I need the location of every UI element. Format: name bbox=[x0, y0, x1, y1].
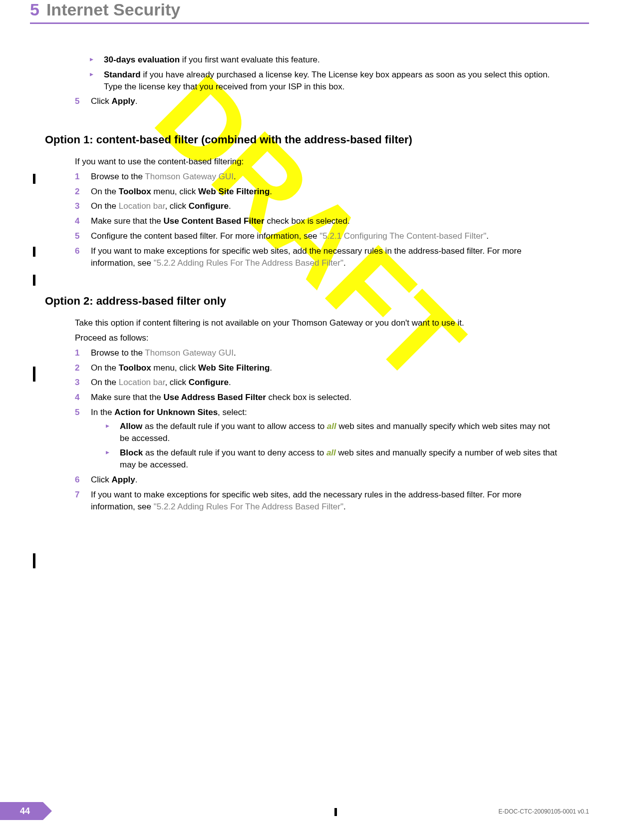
step-number: 3 bbox=[75, 377, 79, 389]
step-text: Browse to the bbox=[91, 172, 145, 181]
document-id: E-DOC-CTC-20090105-0001 v0.1 bbox=[499, 808, 589, 815]
step-text: , click bbox=[165, 201, 188, 211]
step-text: Browse to the bbox=[91, 348, 145, 358]
ui-label: Web Site Filtering bbox=[198, 187, 270, 196]
step-number: 5 bbox=[75, 95, 79, 107]
step-text: . bbox=[229, 201, 231, 211]
page-header: 5 Internet Security bbox=[0, 0, 619, 24]
intro-paragraph: Take this option if content filtering is… bbox=[75, 317, 559, 329]
step-text: . bbox=[234, 172, 236, 181]
emphasis: all bbox=[327, 421, 336, 431]
step-item: 6If you want to make exceptions for spec… bbox=[75, 245, 559, 269]
intro-paragraph: Proceed as follows: bbox=[75, 332, 559, 344]
option-name: Block bbox=[120, 448, 143, 457]
intro-paragraph: If you want to use the content-based fil… bbox=[75, 156, 559, 168]
step-text: . bbox=[343, 502, 346, 511]
cross-ref-link[interactable]: "5.2.2 Adding Rules For The Address Base… bbox=[154, 502, 343, 511]
step-text: . bbox=[234, 348, 236, 358]
step-text: . bbox=[343, 258, 346, 268]
step-text: On the bbox=[91, 363, 119, 373]
step-item: 1Browse to the Thomson Gateway GUI. bbox=[75, 347, 559, 359]
cross-ref-link[interactable]: Thomson Gateway GUI bbox=[145, 172, 234, 181]
ui-label: Use Address Based Filter bbox=[164, 393, 266, 402]
ui-label: Configure bbox=[189, 378, 229, 387]
step-text: check box is selected. bbox=[266, 393, 351, 402]
cross-ref-link[interactable]: Location bar bbox=[119, 201, 165, 211]
step-number: 4 bbox=[75, 392, 79, 404]
step-item: 3On the Location bar, click Configure. bbox=[75, 200, 559, 212]
step-number: 2 bbox=[75, 362, 79, 374]
section-heading-option2: Option 2: address-based filter only bbox=[45, 294, 559, 309]
change-bar-icon bbox=[33, 174, 35, 184]
step-text: menu, click bbox=[151, 363, 198, 373]
ui-label: Use Content Based Filter bbox=[164, 216, 265, 226]
option-text: as the default rule if you want to deny … bbox=[143, 448, 326, 457]
step-item: 5Configure the content based filter. For… bbox=[75, 230, 559, 242]
option-name: 30-days evaluation bbox=[104, 55, 180, 64]
cross-ref-link[interactable]: "5.2.2 Adding Rules For The Address Base… bbox=[154, 258, 343, 268]
step-text: . bbox=[229, 378, 231, 387]
ui-label: Action for Unknown Sites bbox=[114, 408, 218, 417]
step-number: 2 bbox=[75, 186, 79, 198]
step-item: 2On the Toolbox menu, click Web Site Fil… bbox=[75, 362, 559, 374]
step-text: menu, click bbox=[151, 187, 198, 196]
change-bar-icon bbox=[33, 367, 35, 382]
option-text: as the default rule if you want to allow… bbox=[142, 421, 326, 431]
chapter-number: 5 bbox=[30, 0, 39, 19]
step-text: Click bbox=[91, 475, 112, 484]
continued-steps: 5 Click Apply. bbox=[75, 95, 559, 107]
step-number: 7 bbox=[75, 489, 79, 501]
ui-label: Apply bbox=[112, 475, 135, 484]
option-text: if you have already purchased a license … bbox=[104, 70, 550, 91]
change-bar-icon bbox=[33, 247, 35, 257]
step-number: 6 bbox=[75, 245, 79, 257]
step-item: 5 Click Apply. bbox=[75, 95, 559, 107]
cross-ref-link[interactable]: "5.2.1 Configuring The Content-based Fil… bbox=[319, 231, 486, 241]
change-bar-icon bbox=[33, 275, 35, 286]
step-item: 3On the Location bar, click Configure. bbox=[75, 377, 559, 389]
step-item: 4Make sure that the Use Address Based Fi… bbox=[75, 392, 559, 404]
list-item: Block as the default rule if you want to… bbox=[106, 447, 559, 471]
option2-steps: 1Browse to the Thomson Gateway GUI. 2On … bbox=[75, 347, 559, 513]
option-text: if you first want evaluate this feature. bbox=[180, 55, 320, 64]
section-heading-option1: Option 1: content-based filter (combined… bbox=[45, 132, 559, 148]
page-footer: 44 E-DOC-CTC-20090105-0001 v0.1 bbox=[0, 800, 619, 820]
step-item: 2On the Toolbox menu, click Web Site Fil… bbox=[75, 186, 559, 198]
step-text: . bbox=[270, 187, 272, 196]
ui-label: Toolbox bbox=[119, 363, 151, 373]
license-options-list: 30-days evaluation if you first want eva… bbox=[90, 54, 559, 92]
step-number: 3 bbox=[75, 200, 79, 212]
ui-label: Configure bbox=[189, 201, 229, 211]
ui-label: Apply bbox=[112, 96, 135, 106]
step-number: 6 bbox=[75, 474, 79, 486]
action-options-list: Allow as the default rule if you want to… bbox=[106, 420, 559, 471]
cross-ref-link[interactable]: Thomson Gateway GUI bbox=[145, 348, 234, 358]
step-item: 4Make sure that the Use Content Based Fi… bbox=[75, 215, 559, 227]
chapter-title: Internet Security bbox=[46, 0, 180, 19]
step-text: , click bbox=[165, 378, 188, 387]
list-item: 30-days evaluation if you first want eva… bbox=[90, 54, 559, 66]
step-text: . bbox=[135, 96, 138, 106]
step-text: Make sure that the bbox=[91, 393, 164, 402]
step-text: Make sure that the bbox=[91, 216, 164, 226]
cross-ref-link[interactable]: Location bar bbox=[119, 378, 165, 387]
step-text: On the bbox=[91, 201, 119, 211]
step-number: 5 bbox=[75, 230, 79, 242]
step-text: . bbox=[135, 475, 138, 484]
step-item: 7If you want to make exceptions for spec… bbox=[75, 489, 559, 513]
option-name: Standard bbox=[104, 70, 141, 79]
step-item: 5In the Action for Unknown Sites, select… bbox=[75, 407, 559, 471]
list-item: Standard if you have already purchased a… bbox=[90, 69, 559, 93]
step-number: 1 bbox=[75, 347, 79, 359]
step-text: In the bbox=[91, 408, 114, 417]
change-bar-icon bbox=[33, 553, 35, 568]
step-text: check box is selected. bbox=[265, 216, 350, 226]
step-text: . bbox=[270, 363, 272, 373]
step-item: 1Browse to the Thomson Gateway GUI. bbox=[75, 171, 559, 183]
step-text: On the bbox=[91, 378, 119, 387]
option-name: Allow bbox=[120, 421, 142, 431]
step-text: , select: bbox=[218, 408, 247, 417]
step-text: Click bbox=[91, 96, 112, 106]
footer-mark-icon bbox=[334, 808, 337, 816]
step-number: 1 bbox=[75, 171, 79, 183]
